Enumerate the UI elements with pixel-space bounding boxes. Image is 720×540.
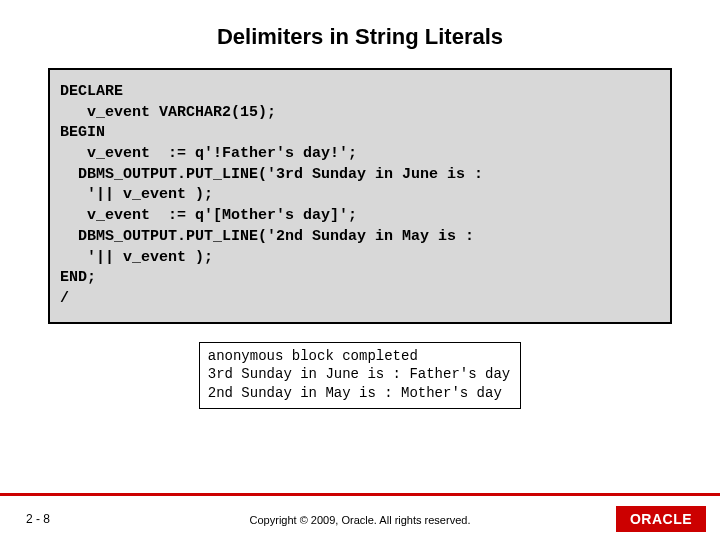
output-block: anonymous block completed 3rd Sunday in … <box>199 342 521 410</box>
slide-title: Delimiters in String Literals <box>0 0 720 68</box>
output-wrap: anonymous block completed 3rd Sunday in … <box>0 342 720 410</box>
code-block: DECLARE v_event VARCHAR2(15); BEGIN v_ev… <box>48 68 672 324</box>
oracle-logo: ORACLE <box>616 506 706 532</box>
copyright-text: Copyright © 2009, Oracle. All rights res… <box>0 514 720 526</box>
footer: 2 - 8 Copyright © 2009, Oracle. All righ… <box>0 496 720 540</box>
